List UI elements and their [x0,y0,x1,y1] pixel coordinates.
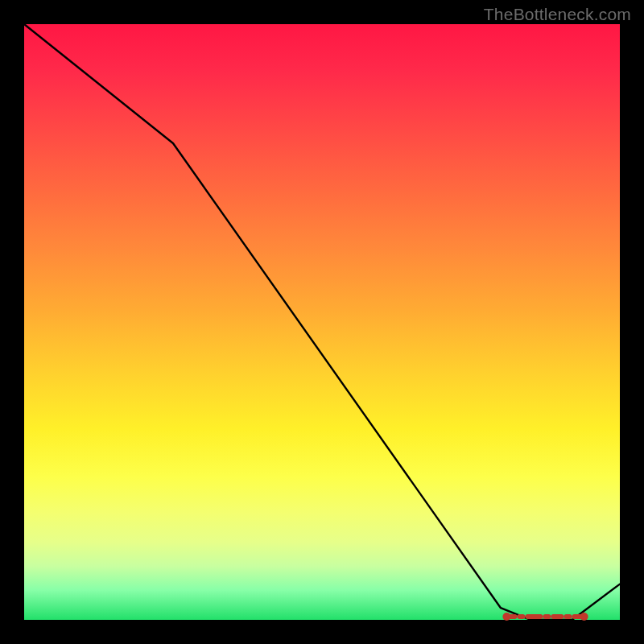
attribution-label: TheBottleneck.com [484,5,631,24]
chart-svg [24,24,620,620]
chart-line-series [24,24,620,620]
svg-point-2 [580,613,588,621]
chart-plot-area [24,24,620,620]
svg-point-1 [502,613,510,621]
chart-stage: TheBottleneck.com [0,0,644,644]
